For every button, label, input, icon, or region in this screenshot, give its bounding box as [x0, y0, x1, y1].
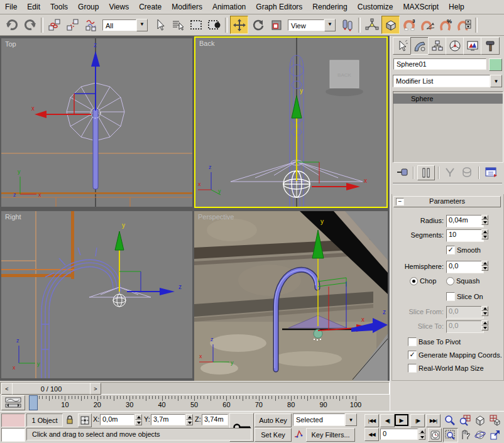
macro-recorder-swatch[interactable]	[1, 413, 25, 427]
menu-item-modifiers[interactable]: Modifiers	[167, 1, 207, 14]
chop-radio[interactable]	[410, 277, 418, 285]
slice-on-checkbox[interactable]	[446, 292, 455, 301]
selection-filter-dropdown[interactable]: All ▼	[102, 19, 148, 31]
smooth-checkbox[interactable]: ✓	[446, 246, 455, 254]
pin-stack-icon[interactable]	[395, 165, 410, 179]
reference-coordinate-dropdown[interactable]: View ▼	[288, 19, 336, 31]
auto-key-button[interactable]: Auto Key	[255, 413, 292, 427]
viewport-back-active[interactable]: Back BACK	[194, 36, 388, 208]
set-key-button[interactable]: Set Key	[255, 428, 292, 442]
track-bar-frame-handle[interactable]	[29, 395, 38, 410]
generate-mapping-coords-checkbox[interactable]: ✓	[408, 351, 417, 359]
snaps-toggle-3d-icon[interactable]: 3	[401, 16, 418, 33]
menu-item-tools[interactable]: Tools	[45, 1, 73, 14]
select-and-manipulate-icon[interactable]	[363, 16, 380, 33]
rollout-collapse-icon[interactable]: −	[396, 198, 404, 205]
pan-hand-icon[interactable]	[458, 428, 472, 441]
zoom-icon[interactable]	[443, 413, 457, 427]
keyboard-override-toggle-icon[interactable]	[381, 16, 400, 34]
menu-item-help[interactable]: Help	[444, 1, 469, 14]
arc-rotate-icon[interactable]	[473, 428, 487, 441]
use-pivot-point-center-icon[interactable]	[339, 16, 356, 33]
remove-modifier-icon[interactable]	[459, 165, 474, 179]
go-to-end-icon[interactable]: ▶▶|	[426, 414, 441, 427]
menu-item-views[interactable]: Views	[104, 1, 134, 14]
undo-icon[interactable]	[3, 16, 20, 33]
window-crossing-icon[interactable]	[205, 16, 222, 33]
select-and-scale-icon[interactable]	[268, 16, 285, 33]
time-slider-handle[interactable]: 0 / 100	[12, 383, 90, 395]
menu-item-rendering[interactable]: Rendering	[307, 1, 352, 14]
y-coord-spinner[interactable]	[186, 414, 193, 425]
object-color-swatch[interactable]	[489, 58, 502, 71]
unlink-selection-icon[interactable]	[64, 16, 81, 33]
time-slider-next-button[interactable]: >	[90, 383, 101, 395]
spinner-snap-toggle-icon[interactable]	[456, 16, 473, 33]
viewport-right[interactable]: Right	[1, 211, 192, 378]
chevron-down-icon[interactable]: ▼	[324, 19, 336, 31]
play-icon[interactable]: ▶	[395, 414, 408, 426]
show-end-result-icon[interactable]	[417, 165, 435, 180]
current-frame-field[interactable]: 0	[380, 429, 418, 440]
tab-hierarchy[interactable]	[428, 37, 447, 55]
select-and-link-icon[interactable]	[46, 16, 63, 33]
time-slider-prev-button[interactable]: <	[1, 383, 13, 395]
real-world-map-size-checkbox[interactable]	[408, 364, 417, 373]
squash-radio[interactable]	[446, 277, 454, 285]
bind-to-space-warp-icon[interactable]	[82, 16, 99, 33]
min-max-toggle-icon[interactable]	[488, 428, 502, 441]
configure-modifier-sets-icon[interactable]	[483, 165, 500, 179]
z-coord-field[interactable]: 3,74m	[202, 414, 228, 425]
hemisphere-field[interactable]: 0,0	[446, 261, 484, 273]
percent-snap-toggle-icon[interactable]: %	[437, 16, 454, 33]
zoom-extents-all-icon[interactable]	[488, 413, 502, 427]
absolute-offset-mode-icon[interactable]	[78, 413, 92, 427]
new-key-default-in-tangent-icon[interactable]	[293, 428, 304, 440]
tab-motion[interactable]	[446, 37, 464, 55]
y-coord-field[interactable]: 3,7m	[151, 414, 185, 425]
modifier-stack[interactable]: Sphere	[393, 91, 503, 163]
selection-lock-icon[interactable]	[64, 413, 75, 426]
track-bar-ruler[interactable]: 0102030405060708090100	[0, 395, 390, 411]
parameters-rollout-header[interactable]: − Parameters	[393, 196, 501, 207]
zoom-extents-icon[interactable]	[473, 413, 487, 427]
tab-create[interactable]	[393, 37, 412, 55]
menu-item-file[interactable]: File	[0, 1, 22, 14]
tab-display[interactable]	[463, 37, 482, 55]
current-frame-spinner[interactable]	[419, 429, 425, 440]
menu-item-create[interactable]: Create	[134, 1, 167, 14]
rectangular-selection-region-icon[interactable]	[187, 16, 204, 33]
segments-spinner[interactable]	[481, 229, 488, 239]
go-to-start-icon[interactable]: |◀◀	[364, 414, 379, 427]
redo-icon[interactable]	[21, 16, 38, 33]
region-zoom-icon[interactable]	[443, 428, 458, 442]
menu-item-animation[interactable]: Animation	[207, 1, 251, 14]
modifier-stack-item-sphere[interactable]: Sphere	[393, 94, 503, 104]
base-to-pivot-checkbox[interactable]	[408, 337, 417, 346]
object-name-field[interactable]: Sphere01	[393, 58, 486, 70]
radius-field[interactable]: 0,04m	[446, 215, 484, 227]
menu-item-edit[interactable]: Edit	[22, 1, 45, 14]
chevron-down-icon[interactable]: ▼	[490, 75, 502, 87]
chevron-down-icon[interactable]: ▼	[136, 19, 148, 31]
time-configuration-icon[interactable]	[428, 428, 442, 442]
next-frame-icon[interactable]: ||▶	[410, 414, 425, 427]
radius-spinner[interactable]	[481, 215, 488, 225]
make-unique-icon[interactable]	[442, 165, 457, 179]
x-coord-field[interactable]: 0,0m	[100, 414, 134, 425]
menu-item-graph-editors[interactable]: Graph Editors	[251, 1, 307, 14]
menu-item-maxscript[interactable]: MAXScript	[398, 1, 444, 14]
previous-frame-icon[interactable]: ◀||	[380, 414, 395, 427]
selected-filter-dropdown[interactable]: Selected ▼	[293, 413, 357, 426]
viewport-top[interactable]: Top	[1, 38, 192, 207]
select-object-icon[interactable]	[151, 16, 168, 33]
listener-swatch[interactable]	[1, 428, 25, 442]
menu-item-customize[interactable]: Customize	[353, 1, 398, 14]
angle-snap-toggle-icon[interactable]	[419, 16, 436, 33]
segments-field[interactable]: 10	[446, 229, 484, 242]
key-mode-toggle-icon[interactable]: ◀◀	[364, 428, 379, 441]
chevron-down-icon[interactable]: ▼	[345, 413, 357, 426]
select-and-rotate-icon[interactable]	[249, 16, 266, 33]
x-coord-spinner[interactable]	[135, 414, 142, 425]
select-by-name-icon[interactable]	[169, 16, 186, 33]
